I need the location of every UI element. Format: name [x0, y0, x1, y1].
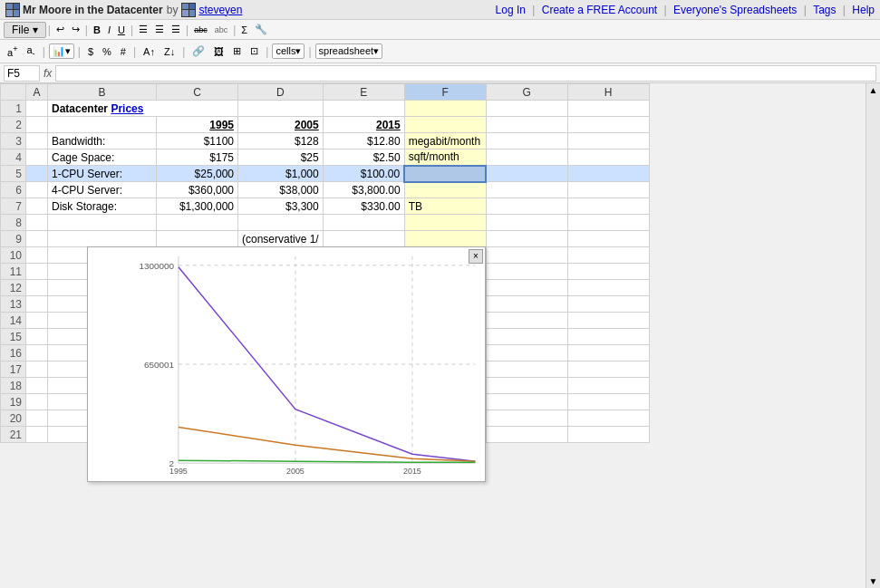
- cell-a3[interactable]: [26, 133, 48, 149]
- cell-b6[interactable]: 4-CPU Server:: [48, 182, 157, 198]
- cell-h9[interactable]: [567, 231, 649, 247]
- merge-button[interactable]: ⊡: [247, 43, 262, 59]
- cell-b4[interactable]: Cage Space:: [48, 149, 157, 166]
- cell-h7[interactable]: [567, 198, 649, 215]
- cell-h3[interactable]: [567, 133, 649, 149]
- link-button[interactable]: 🔗: [189, 43, 208, 59]
- align-right-button[interactable]: ☰: [168, 22, 184, 37]
- cell-e1[interactable]: [323, 101, 404, 117]
- hash-button[interactable]: #: [117, 44, 130, 59]
- border-button[interactable]: ⊞: [229, 43, 245, 59]
- tags-link[interactable]: Tags: [813, 4, 836, 16]
- cell-d9[interactable]: (conservative 1/: [238, 231, 324, 247]
- formula-input[interactable]: [55, 65, 876, 82]
- cell-a5[interactable]: [26, 166, 48, 182]
- sort-za-button[interactable]: Z↓: [160, 44, 179, 59]
- cell-b2[interactable]: [48, 117, 157, 133]
- redo-button[interactable]: ↪: [68, 22, 83, 37]
- cell-a7[interactable]: [26, 198, 48, 215]
- cell-f3[interactable]: megabit/month: [404, 133, 486, 149]
- cell-d3[interactable]: $128: [238, 133, 324, 149]
- cell-f8[interactable]: [404, 215, 486, 231]
- cell-a2[interactable]: [26, 117, 48, 133]
- cell-e4[interactable]: $2.50: [323, 149, 404, 166]
- cell-reference[interactable]: [4, 65, 40, 82]
- cell-a6[interactable]: [26, 182, 48, 198]
- cell-e5[interactable]: $100.00: [323, 166, 404, 182]
- cell-c5[interactable]: $25,000: [157, 166, 238, 182]
- cell-e9[interactable]: [323, 231, 404, 247]
- undo-button[interactable]: ↩: [53, 22, 68, 37]
- font-increase-button[interactable]: a+: [4, 43, 21, 60]
- cell-g3[interactable]: [486, 133, 567, 149]
- cell-g6[interactable]: [486, 182, 567, 198]
- cell-g2[interactable]: [486, 117, 567, 133]
- strikethrough2-button[interactable]: abc: [211, 24, 232, 36]
- cell-a9[interactable]: [26, 231, 48, 247]
- cell-b1[interactable]: Datacenter Prices: [48, 101, 238, 117]
- underline-button[interactable]: U: [114, 23, 129, 37]
- cell-a4[interactable]: [26, 149, 48, 166]
- cell-g1[interactable]: [486, 101, 567, 117]
- cell-c6[interactable]: $360,000: [157, 182, 238, 198]
- cells-dropdown[interactable]: cells▾: [272, 43, 305, 59]
- cell-f5[interactable]: [404, 166, 486, 182]
- strikethrough-button[interactable]: abc: [190, 24, 211, 36]
- cell-f7[interactable]: TB: [404, 198, 486, 215]
- cell-b5[interactable]: 1-CPU Server:: [48, 166, 157, 182]
- cell-h4[interactable]: [567, 149, 649, 166]
- cell-b3[interactable]: Bandwidth:: [48, 133, 157, 149]
- cell-b8[interactable]: [48, 215, 157, 231]
- cell-b7[interactable]: Disk Storage:: [48, 198, 157, 215]
- cell-c9[interactable]: [157, 231, 238, 247]
- cell-g8[interactable]: [486, 215, 567, 231]
- cell-c7[interactable]: $1,300,000: [157, 198, 238, 215]
- cell-d6[interactable]: $38,000: [238, 182, 324, 198]
- align-left-button[interactable]: ☰: [135, 22, 151, 37]
- cell-g9[interactable]: [486, 231, 567, 247]
- cell-c8[interactable]: [157, 215, 238, 231]
- scroll-up-button[interactable]: ▲: [869, 85, 878, 95]
- cell-e3[interactable]: $12.80: [323, 133, 404, 149]
- chart-dropdown[interactable]: 📊▾: [49, 43, 74, 59]
- author-link[interactable]: steveyen: [198, 4, 242, 16]
- vertical-scrollbar[interactable]: ▲ ▼: [865, 83, 880, 588]
- file-menu[interactable]: File ▾: [4, 22, 46, 38]
- create-account-link[interactable]: Create a FREE Account: [542, 4, 657, 16]
- cell-f4[interactable]: sqft/month: [404, 149, 486, 166]
- cell-a1[interactable]: [26, 101, 48, 117]
- cell-g7[interactable]: [486, 198, 567, 215]
- image-button[interactable]: 🖼: [210, 44, 227, 59]
- cell-e8[interactable]: [323, 215, 404, 231]
- cell-g4[interactable]: [486, 149, 567, 166]
- cell-d4[interactable]: $25: [238, 149, 324, 166]
- cell-f1[interactable]: [404, 101, 486, 117]
- sort-az-button[interactable]: A↑: [140, 44, 159, 59]
- chart-close-button[interactable]: ×: [469, 249, 483, 264]
- cell-d1[interactable]: [238, 101, 324, 117]
- cell-d2[interactable]: 2005: [238, 117, 324, 133]
- cell-h1[interactable]: [567, 101, 649, 117]
- cell-b9[interactable]: [48, 231, 157, 247]
- login-link[interactable]: Log In: [496, 4, 526, 16]
- cell-e2[interactable]: 2015: [323, 117, 404, 133]
- percent-button[interactable]: %: [99, 44, 115, 59]
- cell-d8[interactable]: [238, 215, 324, 231]
- cell-c4[interactable]: $175: [157, 149, 238, 166]
- everyone-spreadsheets-link[interactable]: Everyone's Spreadsheets: [673, 4, 797, 16]
- cell-c3[interactable]: $1100: [157, 133, 238, 149]
- cell-a8[interactable]: [26, 215, 48, 231]
- dollar-button[interactable]: $: [84, 44, 97, 59]
- cell-h8[interactable]: [567, 215, 649, 231]
- cell-f9[interactable]: [404, 231, 486, 247]
- cell-h5[interactable]: [567, 166, 649, 182]
- cell-h2[interactable]: [567, 117, 649, 133]
- font-decrease-button[interactable]: a-: [23, 43, 38, 60]
- cell-f6[interactable]: [404, 182, 486, 198]
- cell-c2[interactable]: 1995: [157, 117, 238, 133]
- cell-e6[interactable]: $3,800.00: [323, 182, 404, 198]
- cell-f2[interactable]: [404, 117, 486, 133]
- scroll-down-button[interactable]: ▼: [869, 576, 878, 586]
- sum-button[interactable]: Σ: [237, 23, 251, 37]
- cell-h6[interactable]: [567, 182, 649, 198]
